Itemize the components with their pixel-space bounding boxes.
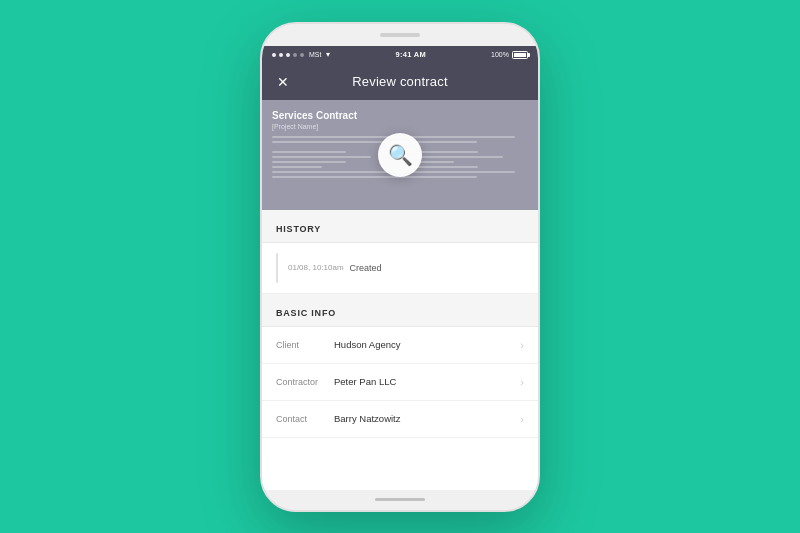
- text-line-2: [272, 141, 477, 143]
- col-line-1: [272, 151, 346, 153]
- contact-label: Contact: [276, 414, 334, 424]
- contractor-label: Contractor: [276, 377, 334, 387]
- battery-percent: 100%: [491, 51, 509, 58]
- phone-top-bar: [262, 24, 538, 46]
- signal-dot-2: [279, 53, 283, 57]
- info-row-contact[interactable]: Contact Barry Natzowitz ›: [262, 401, 538, 438]
- battery-fill: [514, 53, 526, 57]
- history-border: [276, 253, 278, 283]
- close-button[interactable]: ✕: [274, 73, 292, 91]
- contract-preview: Services Contract [Project Name]: [262, 100, 538, 210]
- text-line-4: [272, 176, 477, 178]
- chevron-icon-contact: ›: [520, 413, 524, 425]
- contract-title: Services Contract: [272, 110, 528, 122]
- home-indicator: [375, 498, 425, 501]
- speaker: [380, 33, 420, 37]
- search-overlay[interactable]: 🔍: [378, 133, 422, 177]
- wifi-icon: ▾: [326, 50, 330, 59]
- signal-dot-3: [286, 53, 290, 57]
- chevron-icon-contractor: ›: [520, 376, 524, 388]
- col-line-2: [272, 156, 371, 158]
- status-right: 100%: [491, 51, 528, 59]
- close-icon: ✕: [277, 75, 289, 89]
- contractor-value: Peter Pan LLC: [334, 376, 520, 387]
- col-line-4: [272, 166, 322, 168]
- status-time: 9:41 AM: [395, 50, 426, 59]
- basic-info-header-label: BASIC INFO: [276, 308, 336, 318]
- search-icon: 🔍: [388, 143, 413, 167]
- history-timestamp: 01/08, 10:10am: [288, 263, 344, 272]
- status-left: MSt ▾: [272, 50, 330, 59]
- carrier-label: MSt: [309, 51, 321, 58]
- history-section-header: HISTORY: [262, 210, 538, 243]
- phone-frame: MSt ▾ 9:41 AM 100% ✕ Review contract Ser…: [260, 22, 540, 512]
- history-action: Created: [350, 263, 382, 273]
- history-item: 01/08, 10:10am Created: [262, 243, 538, 294]
- phone-bottom-bar: [262, 490, 538, 510]
- battery-icon: [512, 51, 528, 59]
- contract-col-right: [404, 151, 528, 171]
- contact-value: Barry Natzowitz: [334, 413, 520, 424]
- basic-info-section-header: BASIC INFO: [262, 294, 538, 327]
- info-row-client[interactable]: Client Hudson Agency ›: [262, 327, 538, 364]
- history-header-label: HISTORY: [276, 224, 321, 234]
- client-label: Client: [276, 340, 334, 350]
- contract-subtitle: [Project Name]: [272, 123, 528, 130]
- info-row-contractor[interactable]: Contractor Peter Pan LLC ›: [262, 364, 538, 401]
- nav-title: Review contract: [292, 74, 508, 89]
- chevron-icon-client: ›: [520, 339, 524, 351]
- client-value: Hudson Agency: [334, 339, 520, 350]
- signal-dot-5: [300, 53, 304, 57]
- signal-dot-4: [293, 53, 297, 57]
- status-bar: MSt ▾ 9:41 AM 100%: [262, 46, 538, 64]
- nav-bar: ✕ Review contract: [262, 64, 538, 100]
- signal-dot-1: [272, 53, 276, 57]
- content-area: HISTORY 01/08, 10:10am Created BASIC INF…: [262, 210, 538, 490]
- col-line-3: [272, 161, 346, 163]
